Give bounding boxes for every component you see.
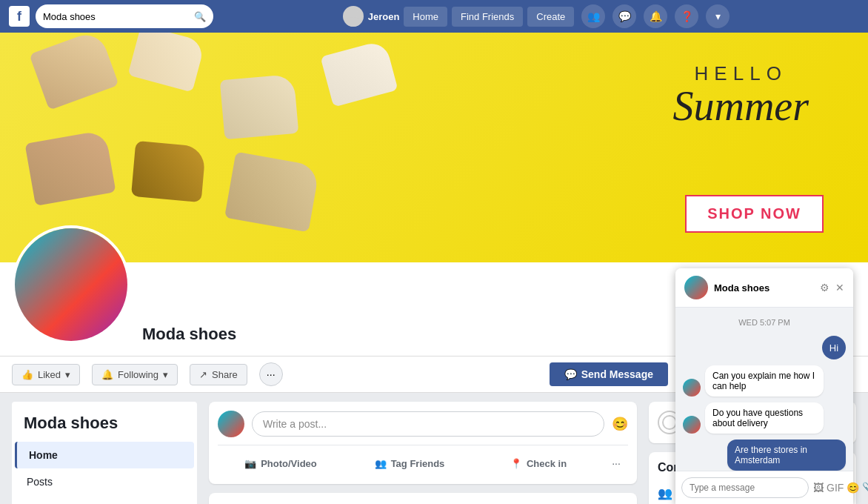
chat-header-actions: ⚙ ✕	[820, 282, 844, 294]
settings-icon[interactable]: ⚙	[820, 282, 829, 294]
posts-section: Posts Moda shoes 15 hrs 🌐	[209, 493, 637, 504]
avatar-image	[15, 228, 127, 341]
photo-chat-icon[interactable]: 🖼	[813, 482, 824, 494]
post-box: Write a post... 😊 📷 Photo/Video 👥 Tag Fr…	[209, 402, 637, 484]
tag-friends-button[interactable]: 👥 Tag Friends	[347, 454, 473, 474]
chat-footer-icons: 🖼 GIF 😊 📎 📷	[813, 482, 868, 494]
hi-bubble: Hi	[822, 336, 846, 359]
svg-point-1	[346, 17, 361, 27]
chat-sender-avatar	[683, 379, 701, 397]
svg-point-0	[349, 9, 358, 18]
people-icon[interactable]: 👥	[581, 4, 605, 28]
sidebar-item-reviews[interactable]: Reviews	[15, 495, 194, 504]
post-box-top: Write a post... 😊	[218, 411, 628, 437]
create-nav-btn[interactable]: Create	[527, 7, 574, 27]
chat-bubble-2: Do you have questions about delivery	[705, 402, 824, 434]
search-icon: 🔍	[194, 11, 206, 22]
post-actions: 📷 Photo/Video 👥 Tag Friends 📍 Check in ·…	[218, 445, 628, 475]
messenger-icon[interactable]: 💬	[612, 4, 636, 28]
cover-summer: Summer	[672, 85, 809, 127]
chat-header: Moda shoes ⚙ ✕	[675, 268, 853, 308]
search-input[interactable]	[43, 11, 191, 22]
left-sidebar: Moda shoes Home Posts Reviews Photos Com…	[12, 402, 197, 504]
attach-chat-icon[interactable]: 📎	[862, 482, 868, 494]
cover-text: HELLO Summer	[672, 62, 809, 127]
cover-cta[interactable]: SHOP NOW	[685, 195, 824, 233]
tag-icon: 👥	[375, 458, 387, 469]
sidebar-item-posts[interactable]: Posts	[15, 468, 194, 495]
chat-date: WED 5:07 PM	[683, 318, 846, 327]
profile-avatar-wrap	[12, 225, 130, 344]
more-button[interactable]: ···	[259, 362, 283, 386]
cover-hello: HELLO	[672, 62, 809, 85]
avatar	[343, 6, 364, 27]
liked-button[interactable]: 👍 Liked ▾	[12, 364, 80, 385]
top-navigation: f 🔍 Jeroen Home Find Friends Create 👥 💬 …	[0, 0, 868, 33]
chat-window: Moda shoes ⚙ ✕ WED 5:07 PM Hi Can you ex…	[675, 268, 853, 504]
more-actions-button[interactable]: ···	[604, 451, 628, 475]
post-avatar	[218, 411, 244, 437]
chat-name: Moda shoes	[714, 282, 814, 294]
messenger-send-icon: 💬	[564, 368, 577, 380]
location-icon: 📍	[510, 458, 522, 469]
sidebar-item-home[interactable]: Home	[15, 442, 194, 468]
chat-sender-avatar-2	[683, 416, 701, 434]
nav-center: Jeroen Home Find Friends Create 👥 💬 🔔 ❓ …	[343, 4, 730, 28]
share-icon: ↗	[199, 369, 207, 380]
chat-input[interactable]	[681, 477, 809, 498]
following-button[interactable]: 🔔 Following ▾	[92, 364, 178, 385]
help-icon[interactable]: ❓	[675, 4, 698, 28]
bell-small-icon: 🔔	[101, 369, 113, 380]
bell-icon[interactable]: 🔔	[644, 4, 667, 28]
find-friends-nav-btn[interactable]: Find Friends	[452, 7, 523, 27]
photo-icon: 📷	[244, 458, 256, 469]
chat-bubble-3: Are there stores in Amsterdam	[727, 440, 846, 471]
avatar	[12, 225, 130, 344]
sidebar-page-name: Moda shoes	[12, 408, 197, 442]
close-icon[interactable]: ✕	[835, 282, 844, 294]
dropdown-icon: ▾	[65, 369, 70, 380]
dropdown-icon: ▾	[163, 369, 168, 380]
svg-point-2	[663, 416, 676, 429]
emoji-icon[interactable]: 😊	[612, 416, 628, 432]
photo-video-button[interactable]: 📷 Photo/Video	[218, 454, 344, 474]
share-button[interactable]: ↗ Share	[190, 364, 247, 385]
gif-chat-icon[interactable]: GIF	[827, 482, 844, 494]
chat-message-1: Can you explain me how I can help	[683, 365, 846, 397]
emoji-chat-icon[interactable]: 😊	[847, 482, 859, 494]
main-content: Write a post... 😊 📷 Photo/Video 👥 Tag Fr…	[209, 402, 637, 504]
send-message-button[interactable]: 💬 Send Message	[550, 362, 668, 386]
chat-avatar	[684, 276, 708, 299]
post-input[interactable]: Write a post...	[252, 411, 604, 437]
facebook-logo: f	[9, 6, 30, 27]
chat-footer: 🖼 GIF 😊 📎 📷 👍	[675, 471, 853, 504]
home-nav-btn[interactable]: Home	[404, 7, 447, 27]
chat-message-2: Do you have questions about delivery	[683, 402, 846, 434]
nav-user-name: Jeroen	[368, 11, 400, 22]
search-bar[interactable]: 🔍	[36, 4, 213, 28]
dropdown-icon[interactable]: ▾	[706, 4, 730, 28]
chat-message-3: Are there stores in Amsterdam	[683, 440, 846, 471]
chat-bubble-1: Can you explain me how I can help	[705, 365, 824, 397]
thumbs-up-icon: 👍	[21, 369, 33, 380]
nav-user: Jeroen	[343, 6, 400, 27]
chat-body: WED 5:07 PM Hi Can you explain me how I …	[675, 308, 853, 471]
page-title: Moda shoes	[142, 325, 236, 344]
check-in-button[interactable]: 📍 Check in	[475, 454, 601, 474]
invite-icon: 👥	[658, 486, 672, 500]
